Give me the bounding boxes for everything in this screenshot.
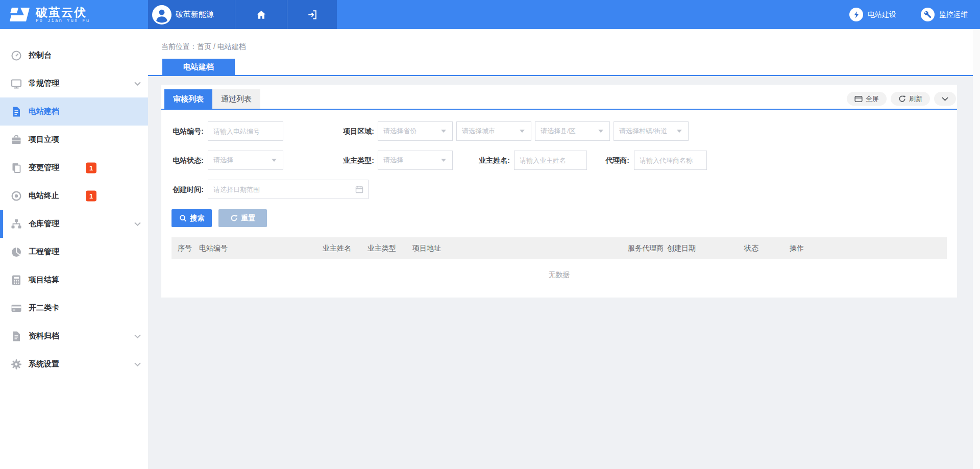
breadcrumb-prefix: 当前位置： [161, 42, 197, 51]
search-icon [179, 214, 187, 222]
copy-pages-icon [10, 162, 22, 174]
document-icon [10, 106, 22, 118]
owner-name-input[interactable] [514, 151, 587, 170]
sidebar-item-project-initiation[interactable]: 项目立项 [0, 126, 148, 154]
user-avatar-icon [152, 5, 172, 24]
app-header: 破茧云伏 Po Jian Yun Fu 破茧新能源 [0, 0, 980, 29]
refresh-icon [898, 95, 906, 103]
sidebar-item-console[interactable]: 控制台 [0, 41, 148, 69]
badge-count: 1 [86, 162, 96, 173]
col-status: 状态 [744, 244, 790, 253]
date-range-input[interactable] [208, 180, 369, 199]
breadcrumb-path: 首页 / 电站建档 [197, 42, 246, 51]
chevron-down-icon [134, 222, 141, 226]
sidebar-item-warehouse-mgmt[interactable]: 仓库管理 [0, 210, 148, 238]
town-select[interactable]: 请选择村镇/街道 [614, 121, 689, 141]
sidebar-item-station-archive[interactable]: 电站建档 [0, 97, 148, 126]
tabs-underline [161, 109, 957, 110]
reset-icon [230, 214, 238, 222]
header-nav: 电站建设 监控运维 [849, 0, 968, 29]
breadcrumb-bar: 当前位置：首页 / 电站建档 电站建档 [148, 29, 980, 75]
empty-state-text: 无数据 [172, 270, 947, 280]
caret-down-icon [677, 130, 682, 133]
pie-chart-icon [10, 246, 22, 258]
fullscreen-button[interactable]: 全屏 [847, 92, 887, 106]
fullscreen-icon [854, 95, 863, 103]
nav-station-build-label: 电站建设 [868, 10, 896, 19]
caret-down-icon [520, 130, 525, 133]
scrollbar[interactable] [973, 29, 980, 469]
logout-button[interactable] [287, 0, 337, 29]
sidebar-item-engineering-mgmt[interactable]: 工程管理 [0, 238, 148, 266]
nav-monitor-ops[interactable]: 监控运维 [921, 8, 968, 21]
gear-icon [10, 358, 22, 371]
chevron-down-icon [134, 82, 141, 86]
sidebar-item-project-settlement[interactable]: 项目结算 [0, 266, 148, 294]
station-code-input[interactable] [208, 121, 283, 141]
company-name: 破茧新能源 [176, 10, 214, 19]
caret-down-icon [441, 130, 446, 133]
create-time-label: 创建时间: [172, 180, 204, 199]
owner-type-label: 业主类型: [338, 151, 374, 170]
col-owner-type: 业主类型 [368, 244, 412, 253]
sidebar-item-station-termination[interactable]: 电站终止 1 [0, 182, 148, 210]
page-tab-underline [148, 75, 980, 76]
sidebar-item-change-mgmt[interactable]: 变更管理 1 [0, 154, 148, 182]
refresh-button[interactable]: 刷新 [891, 92, 930, 106]
file-icon [10, 330, 22, 342]
owner-type-select[interactable]: 请选择 [378, 151, 453, 170]
project-region-label: 项目区域: [338, 121, 374, 141]
page-tab-station-archive[interactable]: 电站建档 [162, 59, 235, 75]
filter-row-3: 创建时间: [161, 180, 957, 199]
sidebar-item-open-card[interactable]: 开二类卡 [0, 294, 148, 322]
caret-down-icon [598, 130, 603, 133]
calendar-icon [355, 185, 363, 193]
reset-button[interactable]: 重置 [218, 209, 267, 227]
col-owner-name: 业主姓名 [323, 244, 368, 253]
collapse-button[interactable] [934, 92, 956, 106]
county-select[interactable]: 请选择县/区 [535, 121, 610, 141]
chevron-down-icon [134, 334, 141, 338]
sidebar: 控制台 常规管理 电站建档 项目立项 [0, 29, 148, 469]
caret-down-icon [272, 159, 277, 162]
col-station-code: 电站编号 [199, 244, 323, 253]
dashboard-icon [10, 50, 22, 62]
filter-row-1: 电站编号: 项目区域: 请选择省份 请选择城市 请选择县/区 请选择村镇/街道 [161, 121, 957, 141]
search-button[interactable]: 搜索 [172, 209, 212, 227]
user-menu[interactable]: 破茧新能源 [148, 0, 235, 29]
filter-row-2: 电站状态: 请选择 业主类型: 请选择 业主姓名: 代理商: [161, 151, 957, 170]
sidebar-item-general-mgmt[interactable]: 常规管理 [0, 69, 148, 97]
breadcrumb: 当前位置：首页 / 电站建档 [161, 42, 246, 52]
home-button[interactable] [235, 0, 287, 29]
chevron-down-icon [134, 362, 141, 366]
brand-logo: 破茧云伏 Po Jian Yun Fu [0, 0, 148, 29]
chevron-down-icon [942, 97, 948, 101]
badge-count: 1 [86, 190, 96, 201]
tab-passed-list[interactable]: 通过列表 [212, 89, 260, 109]
province-select[interactable]: 请选择省份 [378, 121, 453, 141]
agent-label: 代理商: [597, 151, 629, 170]
nav-station-build[interactable]: 电站建设 [849, 8, 896, 21]
agent-input[interactable] [634, 151, 707, 170]
lightning-icon [849, 8, 863, 21]
station-status-label: 电站状态: [172, 151, 204, 170]
sidebar-item-data-archive[interactable]: 资料归档 [0, 322, 148, 350]
filter-actions: 搜索 重置 [172, 209, 267, 227]
nav-monitor-ops-label: 监控运维 [939, 10, 968, 19]
sitemap-icon [10, 218, 22, 230]
date-range-picker[interactable] [208, 180, 369, 199]
sidebar-item-system-settings[interactable]: 系统设置 [0, 350, 148, 378]
card-toolbar: 全屏 刷新 [847, 92, 956, 106]
col-actions: 操作 [790, 244, 947, 253]
brand-subtitle: Po Jian Yun Fu [36, 18, 90, 23]
station-status-select[interactable]: 请选择 [208, 151, 283, 170]
table-header: 序号 电站编号 业主姓名 业主类型 项目地址 服务代理商 创建日期 状态 操作 [172, 237, 947, 259]
tab-review-list[interactable]: 审核列表 [164, 89, 212, 109]
credit-card-icon [10, 302, 22, 314]
logout-icon [307, 9, 318, 20]
wrench-icon [921, 8, 935, 21]
calculator-icon [10, 274, 22, 286]
brand-name: 破茧云伏 [36, 6, 90, 18]
city-select[interactable]: 请选择城市 [456, 121, 531, 141]
col-index: 序号 [178, 244, 199, 253]
